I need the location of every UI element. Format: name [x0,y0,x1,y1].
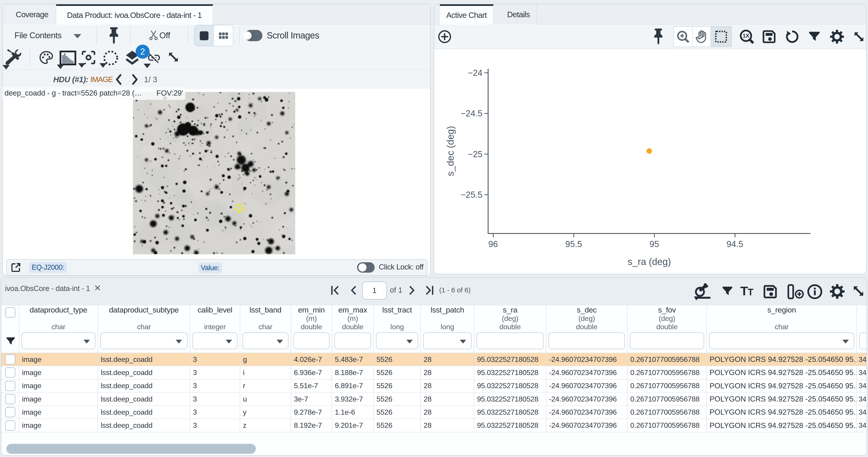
svg-text:95: 95 [650,239,659,249]
svg-text:−25: −25 [468,149,483,159]
svg-text:s_dec (deg): s_dec (deg) [445,126,456,176]
svg-text:94.5: 94.5 [726,239,743,249]
svg-text:96: 96 [488,239,498,249]
svg-text:95.5: 95.5 [565,239,582,249]
svg-text:s_ra (deg): s_ra (deg) [627,256,671,267]
svg-text:−24.5: −24.5 [461,109,483,118]
svg-text:1X: 1X [743,33,749,39]
svg-text:−25.5: −25.5 [461,190,483,200]
svg-text:−24: −24 [468,68,483,78]
